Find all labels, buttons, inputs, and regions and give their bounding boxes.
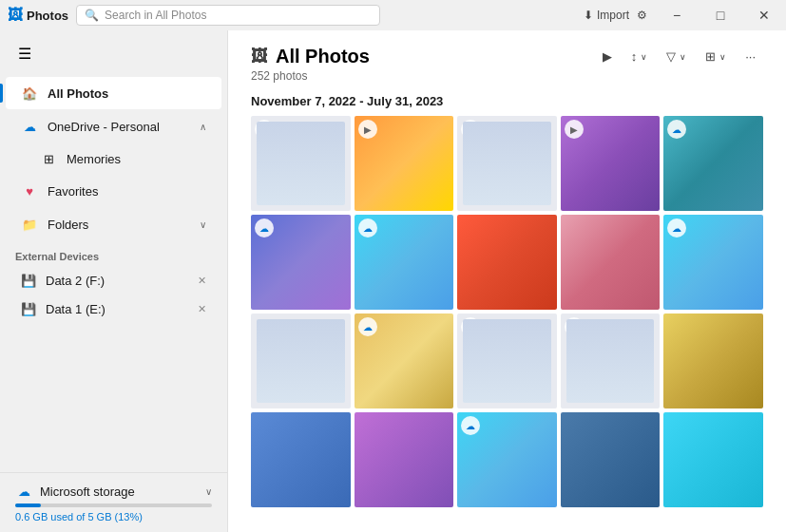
cloud-badge: ☁	[667, 218, 686, 238]
maximize-button[interactable]: □	[699, 0, 742, 30]
device-label: Data 1 (E:)	[46, 302, 188, 316]
external-devices-header: External Devices	[0, 241, 227, 266]
cloud-badge: ☁	[667, 120, 686, 139]
photo-thumb[interactable]: ▶	[561, 116, 661, 211]
photo-thumb[interactable]: ☁	[457, 412, 557, 507]
photo-thumb[interactable]: ☁	[663, 215, 763, 310]
gear-icon: ⚙	[637, 9, 647, 22]
sidebar-nav: 🏠 All Photos ☁ OneDrive - Personal ∧ ⊞ M…	[0, 76, 227, 324]
sidebar-item-label: OneDrive - Personal	[48, 120, 190, 134]
cloud-badge: ☁	[358, 218, 377, 238]
menu-button[interactable]: ☰	[6, 36, 44, 70]
photo-thumb[interactable]	[251, 412, 351, 507]
grid-chevron: ∨	[719, 52, 726, 62]
more-options-button[interactable]: ···	[738, 46, 763, 67]
content-toolbar: ▶ ↕ ∨ ▽ ∨ ⊞ ∨ ···	[595, 46, 763, 67]
photo-thumb[interactable]: ☁	[663, 116, 763, 211]
grid-row: ☁ ☁ ☁	[251, 314, 763, 408]
titlebar-left: 🖼 Photos 🔍 Search in All Photos	[8, 5, 380, 26]
date-range: November 7, 2022 - July 31, 2023	[228, 90, 786, 116]
sidebar-item-all-photos[interactable]: 🏠 All Photos	[6, 77, 221, 109]
photo-thumb[interactable]	[457, 215, 557, 310]
sidebar-item-data1[interactable]: 💾 Data 1 (E:) ✕	[6, 295, 221, 323]
storage-footer: ☁ Microsoft storage ∨ 0.6 GB used of 5 G…	[0, 472, 227, 532]
cloud-badge: ☁	[461, 317, 480, 336]
photo-thumb[interactable]: ☁	[251, 116, 351, 211]
slideshow-button[interactable]: ▶	[595, 46, 620, 67]
sort-chevron: ∨	[641, 52, 647, 62]
import-icon: ⬇	[584, 9, 593, 22]
app-title: Photos	[27, 9, 68, 23]
ellipsis-icon: ···	[745, 49, 756, 64]
sort-icon: ↕	[631, 49, 638, 64]
photo-thumb[interactable]	[355, 412, 454, 507]
sidebar-top: ☰	[0, 30, 227, 76]
hamburger-icon: ☰	[18, 45, 31, 63]
search-placeholder: Search in All Photos	[105, 9, 206, 22]
photo-thumb[interactable]	[663, 412, 763, 507]
video-badge: ▶	[358, 120, 377, 139]
drive-icon: 💾	[21, 302, 36, 316]
search-icon: 🔍	[85, 9, 99, 22]
slideshow-icon: ▶	[603, 49, 612, 64]
photo-grid: ☁ ▶ ☁ ▶ ☁ ☁	[228, 116, 786, 532]
sidebar: ☰ 🏠 All Photos ☁ OneDrive - Personal ∧ ⊞…	[0, 30, 228, 532]
photo-thumb[interactable]: ☁	[355, 215, 454, 310]
photo-thumb[interactable]	[561, 412, 661, 507]
photo-thumb[interactable]: ☁	[251, 215, 351, 310]
sidebar-item-label: All Photos	[48, 86, 206, 101]
page-title: 🖼 All Photos	[251, 46, 370, 67]
cloud-icon: ☁	[21, 118, 38, 135]
main-content: 🖼 All Photos 252 photos ▶ ↕ ∨ ▽ ∨ ⊞	[228, 30, 786, 532]
content-header: 🖼 All Photos 252 photos ▶ ↕ ∨ ▽ ∨ ⊞	[228, 30, 786, 90]
photo-thumb[interactable]: ☁	[355, 314, 454, 408]
sidebar-item-folders[interactable]: 📁 Folders ∨	[6, 208, 221, 240]
photos-icon: 🖼	[8, 7, 23, 24]
heart-icon: ♥	[21, 182, 38, 200]
page-title-text: All Photos	[276, 46, 370, 67]
photos-title-icon: 🖼	[251, 47, 268, 66]
photo-thumb[interactable]	[561, 215, 661, 310]
storage-label: Microsoft storage	[40, 484, 135, 499]
minimize-button[interactable]: −	[655, 0, 699, 30]
grid-view-button[interactable]: ⊞ ∨	[698, 46, 734, 67]
memories-icon: ⊞	[40, 150, 57, 167]
remove-device-icon[interactable]: ✕	[198, 275, 206, 287]
photo-thumb[interactable]	[663, 314, 763, 408]
sidebar-item-data2[interactable]: 💾 Data 2 (F:) ✕	[6, 267, 221, 294]
filter-button[interactable]: ▽ ∨	[659, 46, 694, 67]
grid-row: ☁	[251, 412, 763, 507]
app-logo: 🖼 Photos	[8, 7, 68, 24]
cloud-storage-icon: ☁	[15, 483, 32, 500]
sidebar-item-label: Folders	[48, 218, 190, 232]
window-controls: − □ ✕	[655, 0, 786, 30]
sidebar-item-favorites[interactable]: ♥ Favorites	[6, 175, 221, 207]
remove-device-icon[interactable]: ✕	[198, 303, 206, 315]
sidebar-item-onedrive[interactable]: ☁ OneDrive - Personal ∧	[6, 110, 221, 142]
photo-thumb[interactable]: ☁	[457, 314, 557, 408]
cloud-badge: ☁	[461, 416, 480, 435]
storage-bar-fill	[15, 504, 41, 507]
grid-row: ☁ ☁ ☁	[251, 215, 763, 310]
close-button[interactable]: ✕	[742, 0, 786, 30]
photo-thumb[interactable]: ☁	[561, 314, 661, 408]
import-button[interactable]: ⬇ Import	[584, 9, 629, 22]
storage-header[interactable]: ☁ Microsoft storage ∨	[15, 483, 212, 500]
cloud-badge: ☁	[358, 317, 377, 336]
content-title-area: 🖼 All Photos 252 photos	[251, 46, 370, 83]
photo-thumb[interactable]: ☁	[457, 116, 557, 211]
cloud-badge: ☁	[255, 218, 274, 238]
grid-row: ☁ ▶ ☁ ▶ ☁	[251, 116, 763, 211]
photo-count: 252 photos	[251, 69, 370, 83]
sidebar-item-memories[interactable]: ⊞ Memories	[6, 143, 221, 174]
drive-icon: 💾	[21, 274, 36, 288]
sort-button[interactable]: ↕ ∨	[623, 46, 656, 67]
settings-button[interactable]: ⚙	[637, 9, 647, 22]
storage-chevron-down-icon: ∨	[205, 486, 212, 497]
device-label: Data 2 (F:)	[46, 274, 188, 288]
folder-icon: 📁	[21, 216, 38, 233]
photo-thumb[interactable]: ▶	[355, 116, 454, 211]
search-bar[interactable]: 🔍 Search in All Photos	[76, 5, 380, 26]
cloud-badge: ☁	[255, 120, 274, 139]
photo-thumb[interactable]	[251, 314, 351, 408]
